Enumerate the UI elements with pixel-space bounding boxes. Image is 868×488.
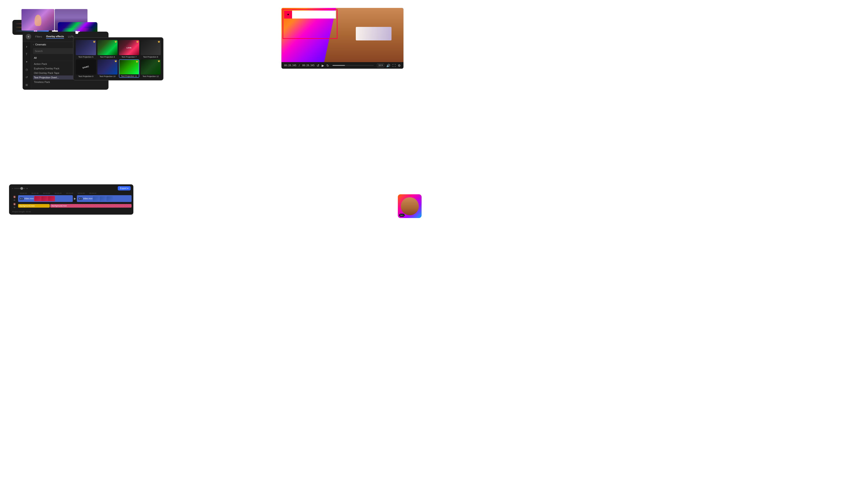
crown-icon-8: 👑: [158, 60, 160, 62]
effect-label-1: Text Projection 5: [76, 56, 96, 58]
time-marker-3: 00:03:20: [55, 192, 61, 194]
video-canvas: ✦: [281, 8, 403, 62]
breadcrumb-back[interactable]: ‹: [33, 43, 34, 46]
effect-thumb-2[interactable]: 👑 Text Projection 6: [97, 40, 118, 58]
white-box: [292, 11, 336, 19]
crown-icon-6: 👑: [115, 60, 117, 62]
sparkle-icon: ✦: [287, 12, 289, 17]
effect-label-6: Text Projection 10: [97, 75, 118, 77]
zoom-in[interactable]: +: [26, 187, 28, 190]
export-chevron: ▾: [127, 187, 128, 190]
fx-badge-1: fx·1: [20, 197, 24, 200]
tab-overlay-effects[interactable]: Overlay effects: [46, 35, 64, 39]
clip-2-thumbnails: [93, 196, 113, 201]
zoom-out[interactable]: −: [12, 187, 13, 190]
music-icon[interactable]: ♪: [24, 44, 29, 49]
volume-button[interactable]: 🔊: [386, 64, 390, 67]
mute-video-icon[interactable]: 🔇: [13, 196, 16, 198]
effect-thumb-8[interactable]: 👑 Text Projection 12: [141, 59, 161, 78]
dance-label: DANC: [82, 65, 90, 69]
sync-icon[interactable]: ↺: [24, 75, 29, 80]
fullscreen-button[interactable]: ⛶: [393, 64, 396, 67]
aspect-ratio-selector[interactable]: 16:9: [377, 64, 384, 67]
red-frame-overlay: ✦: [283, 9, 338, 39]
effect-thumb-3[interactable]: 👑 Text Projection 7: [119, 40, 139, 58]
video-track-content: fx·1 Video.mov ▶ fx·1 Video.mov: [18, 195, 131, 202]
rewind-button[interactable]: ↺: [317, 64, 319, 67]
play-button[interactable]: ▶: [322, 64, 324, 67]
history-icon[interactable]: ◷: [24, 67, 29, 72]
crown-icon-1: 👑: [93, 41, 95, 43]
time-marker-5: 00:04:00: [78, 192, 85, 194]
video-clip-1[interactable]: fx·1 Video.mov: [18, 195, 73, 202]
clip-2-name: Video.mov: [83, 197, 92, 200]
sparkle-box: ✦: [284, 11, 292, 19]
export-button[interactable]: Export ▾: [118, 186, 131, 191]
time-marker-6: 00:04:20: [89, 192, 96, 194]
bg-track-row: 🔇 👁 Background.mov Background.mov: [11, 203, 131, 209]
effect-thumb-7[interactable]: 👑 Text Projection 11: [119, 59, 139, 78]
thumb-mini-3: [48, 196, 55, 201]
crown-icon-3: 👑: [136, 41, 138, 43]
bg-clip-1[interactable]: Background.mov: [18, 204, 50, 207]
add-effect-button[interactable]: +: [26, 34, 31, 39]
crown-icon-4: 👑: [158, 41, 160, 43]
video-glasses: [356, 27, 392, 40]
eye-video-icon[interactable]: 👁: [13, 199, 16, 201]
bg-clip-2-name: Background.mov: [52, 205, 67, 207]
video-clip-2[interactable]: fx·1 Video.mov: [77, 195, 131, 202]
crown-icon-2: 👑: [115, 41, 117, 43]
effect-label-8: Text Projection 12: [141, 75, 161, 77]
effect-img-4: 👑: [141, 40, 161, 55]
video-track-row: 🔇 👁 fx·1 Video.mov ▶ fx·1 Video.mov: [11, 195, 131, 202]
zoom-controls: − +: [12, 187, 28, 190]
time-marker-1: 00:02:40: [31, 192, 38, 194]
time-marker-2: 00:03:00: [43, 192, 50, 194]
effect-label-4: Text Projection 8: [141, 56, 161, 58]
tab-filters[interactable]: Filters: [35, 35, 42, 38]
export-label: Export: [120, 187, 127, 190]
effect-thumb-6[interactable]: 👑 Text Projection 10: [97, 59, 118, 78]
effect-img-8: 👑: [141, 59, 161, 74]
project-length: Project length: 00:00: [11, 210, 131, 213]
portrait-face: [401, 197, 419, 215]
text-icon[interactable]: T: [24, 52, 29, 57]
clip-1-name: Video.mov: [24, 197, 34, 200]
effect-label-5: Text Projection 9: [76, 75, 96, 77]
tab-luts[interactable]: LUTs: [68, 35, 74, 38]
mute-bg-icon[interactable]: 🔇: [13, 203, 16, 205]
progress-fill: [333, 65, 345, 66]
effect-img-6: 👑: [97, 59, 118, 74]
bg-clip-2[interactable]: Background.mov: [50, 204, 131, 207]
video-controls: 00:20.345 / 00:20.345 ↺ ▶ ↻ 16:9 🔊 ⛶ ⚙: [281, 62, 403, 69]
effect-label-3: Text Projection 7: [119, 56, 139, 58]
eye-bg-icon[interactable]: 👁: [13, 206, 16, 209]
timeline-panel: − + Export ▾ 00:00:20 00:02:40 00:03:00 …: [9, 184, 133, 215]
thumb-blue-1: [93, 196, 99, 201]
video-player: ✦ 00:20.345 / 00:20.345 ↺ ▶ ↻ 16:9 🔊 ⛶ ⚙: [281, 8, 403, 69]
clip-1-thumbnails: [34, 196, 55, 201]
effect-thumb-5[interactable]: DANC Text Projection 9: [76, 59, 96, 78]
effects-icon[interactable]: ✦: [24, 59, 29, 64]
progress-bar[interactable]: [333, 65, 373, 66]
category-timeless[interactable]: Timeless Pack: [33, 80, 106, 84]
effect-label-7: Text Projection 11: [119, 75, 139, 77]
layers-icon[interactable]: ⊞: [24, 83, 29, 88]
thumb-mini-1: [35, 196, 41, 201]
bg-clips-container: Background.mov Background.mov: [18, 204, 131, 207]
forward-button[interactable]: ↻: [327, 64, 329, 67]
time-separator: /: [299, 64, 300, 67]
settings-button[interactable]: ⚙: [398, 64, 401, 67]
portrait-thumbnail: fx·1: [398, 194, 422, 218]
effect-thumb-4[interactable]: 👑 Text Projection 8: [141, 40, 161, 58]
total-time: 00:20.345: [302, 64, 314, 67]
fx-badge-2: fx·1: [78, 197, 83, 200]
video-track-controls: 🔇 👁: [11, 196, 18, 201]
effects-grid-panel: 👑 Text Projection 5 👑 Text Projection 6 …: [73, 37, 163, 80]
thumb-blue-2: [100, 196, 106, 201]
timeline-header: − + Export ▾: [11, 186, 131, 192]
bg-track-content: Background.mov Background.mov: [18, 204, 131, 207]
effect-thumb-1[interactable]: 👑 Text Projection 5: [76, 40, 96, 58]
breadcrumb-current: Cinematic: [35, 43, 46, 46]
portrait-ai-badge: fx·1: [399, 214, 405, 217]
